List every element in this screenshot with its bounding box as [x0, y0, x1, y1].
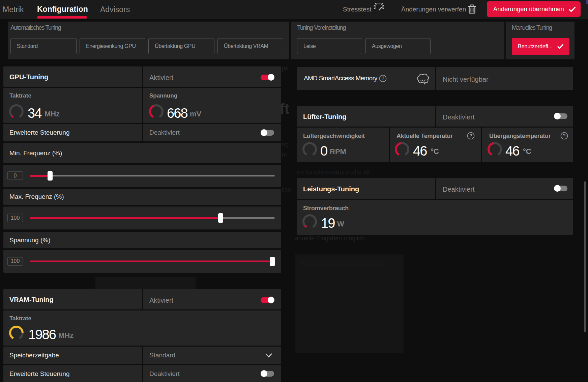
svg-text:?: ? [382, 76, 384, 81]
svg-text:?: ? [470, 133, 472, 138]
svg-text:?: ? [563, 133, 566, 138]
